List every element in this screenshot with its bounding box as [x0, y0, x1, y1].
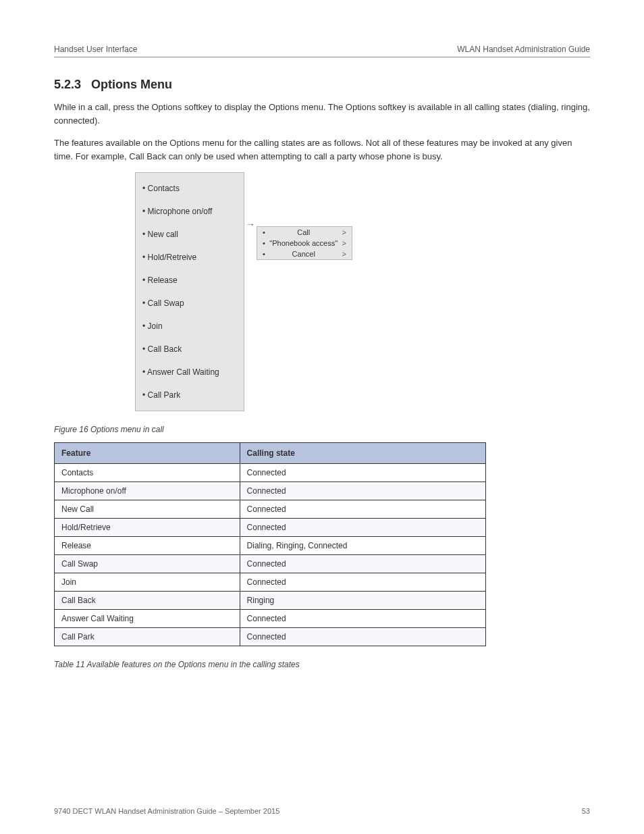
cell-feature: Contacts	[55, 464, 240, 482]
page-footer: 9740 DECT WLAN Handset Administration Gu…	[54, 807, 590, 815]
submenu-label-call: Call	[297, 228, 310, 236]
page-header: Handset User Interface WLAN Handset Admi…	[54, 34, 590, 57]
cell-state: Connected	[240, 464, 485, 482]
figure-caption: Figure 16 Options menu in call	[54, 425, 590, 434]
table-row: Hold/RetrieveConnected	[55, 519, 486, 537]
table-row: Call BackRinging	[55, 592, 486, 610]
menu-item-new-call: New call	[136, 223, 244, 246]
col-header-feature: Feature	[55, 443, 240, 464]
submenu-label-cancel: Cancel	[292, 250, 315, 258]
cell-state: Connected	[240, 628, 485, 646]
cell-state: Connected	[240, 519, 485, 537]
menu-item-hold-retrieve: Hold/Retreive	[136, 246, 244, 269]
cell-feature: Release	[55, 537, 240, 555]
submenu-item-phonebook: "Phonebook access">	[257, 238, 352, 249]
cell-feature: Call Park	[55, 628, 240, 646]
chevron-right-icon: >	[342, 250, 346, 258]
section-heading: 5.2.3 Options Menu	[54, 78, 590, 92]
section-title: Options Menu	[91, 78, 172, 91]
cell-feature: Call Back	[55, 592, 240, 610]
menu-item-join: Join	[136, 315, 244, 338]
menu-item-microphone: Microphone on/off	[136, 200, 244, 223]
menu-item-call-park: Call Park	[136, 384, 244, 407]
cell-state: Connected	[240, 573, 485, 592]
features-table: Feature Calling state ContactsConnected …	[54, 442, 486, 646]
footer-left: 9740 DECT WLAN Handset Administration Gu…	[54, 807, 279, 815]
submenu-item-cancel: Cancel>	[257, 249, 352, 259]
menu-item-call-back: Call Back	[136, 338, 244, 361]
submenu-label-phonebook: "Phonebook access"	[269, 239, 338, 247]
header-left: Handset User Interface	[54, 45, 137, 54]
cell-feature: Answer Call Waiting	[55, 610, 240, 628]
footer-page-number: 53	[582, 807, 590, 815]
cell-state: Dialing, Ringing, Connected	[240, 537, 485, 555]
cell-state: Connected	[240, 500, 485, 519]
table-row: Microphone on/offConnected	[55, 482, 486, 500]
options-sub-menu: Call> "Phonebook access"> Cancel>	[257, 226, 352, 260]
chevron-right-icon: >	[342, 228, 346, 236]
menu-item-contacts: Contacts	[136, 177, 244, 200]
paragraph-1: While in a call, press the Options softk…	[54, 101, 590, 127]
cell-state: Connected	[240, 610, 485, 628]
menu-item-release: Release	[136, 269, 244, 292]
cell-feature: Hold/Retrieve	[55, 519, 240, 537]
submenu-item-call: Call>	[257, 227, 352, 238]
cell-state: Ringing	[240, 592, 485, 610]
figure-options-menu: Contacts Microphone on/off New call Hold…	[135, 172, 590, 411]
chevron-right-icon: >	[342, 239, 346, 247]
cell-feature: Call Swap	[55, 555, 240, 573]
table-row: Call ParkConnected	[55, 628, 486, 646]
col-header-state: Calling state	[240, 443, 485, 464]
section-number: 5.2.3	[54, 78, 81, 91]
options-main-menu: Contacts Microphone on/off New call Hold…	[135, 172, 244, 411]
table-row: New CallConnected	[55, 500, 486, 519]
table-row: Call SwapConnected	[55, 555, 486, 573]
submenu-arrow-icon: →	[246, 219, 255, 230]
cell-feature: New Call	[55, 500, 240, 519]
paragraph-2: The features available on the Options me…	[54, 136, 590, 163]
table-row: ContactsConnected	[55, 464, 486, 482]
cell-feature: Join	[55, 573, 240, 592]
header-right: WLAN Handset Administration Guide	[457, 45, 590, 54]
menu-item-call-swap: Call Swap	[136, 292, 244, 315]
table-caption: Table 11 Available features on the Optio…	[54, 660, 590, 669]
table-row: JoinConnected	[55, 573, 486, 592]
cell-feature: Microphone on/off	[55, 482, 240, 500]
cell-state: Connected	[240, 555, 485, 573]
table-row: Answer Call WaitingConnected	[55, 610, 486, 628]
cell-state: Connected	[240, 482, 485, 500]
table-row: ReleaseDialing, Ringing, Connected	[55, 537, 486, 555]
menu-item-answer-call-waiting: Answer Call Waiting	[136, 361, 244, 384]
